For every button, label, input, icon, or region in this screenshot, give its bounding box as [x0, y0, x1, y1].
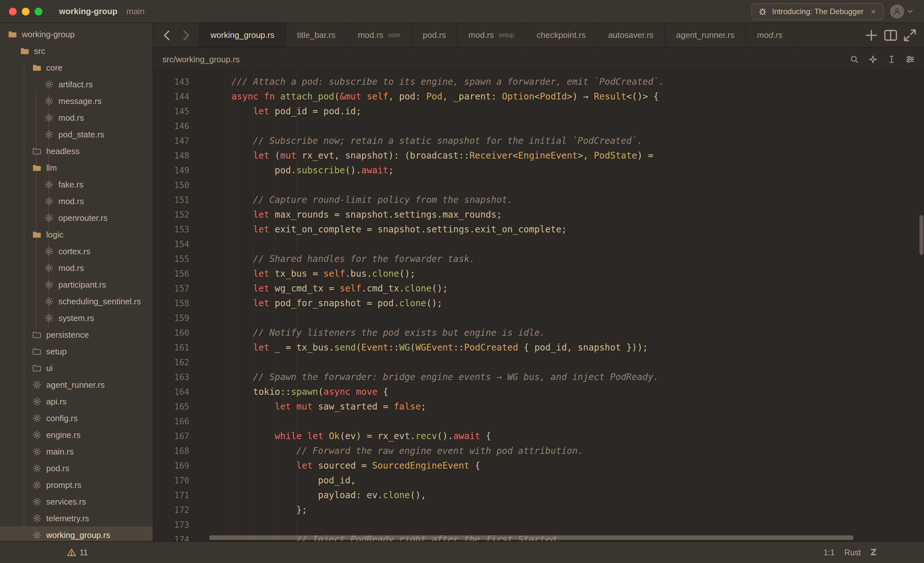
close-window-button[interactable] — [9, 8, 16, 15]
folder-open-icon — [20, 46, 30, 56]
code-line: let sourced = SourcedEngineEvent { — [210, 458, 924, 473]
file-tree-item-headless[interactable]: headless — [0, 143, 153, 159]
code-line — [210, 355, 924, 370]
file-tree-item-pod_state.rs[interactable]: pod_state.rs — [0, 126, 153, 143]
line-number: 170 — [153, 473, 189, 488]
file-tree-item-label: setup — [46, 346, 67, 356]
git-branch-name[interactable]: main — [126, 6, 144, 16]
line-number: 153 — [153, 222, 189, 237]
minimize-window-button[interactable] — [22, 8, 30, 15]
line-number: 151 — [153, 192, 189, 207]
file-tree-item-system.rs[interactable]: system.rs — [0, 309, 153, 326]
maximize-button[interactable] — [902, 27, 918, 43]
inline-assist-icon[interactable] — [868, 54, 878, 64]
folder-closed-icon — [32, 346, 42, 356]
editor-controls-icon[interactable] — [905, 54, 915, 64]
code-line: let pod_for_snapshot = pod.clone(); — [210, 296, 924, 311]
project-name[interactable]: working-group — [59, 6, 117, 16]
split-pane-button[interactable] — [883, 27, 898, 43]
file-tree-item-scheduling_sentinel.rs[interactable]: scheduling_sentinel.rs — [0, 293, 153, 309]
file-tree-item-openrouter.rs[interactable]: openrouter.rs — [0, 209, 153, 226]
rust-file-icon — [32, 396, 42, 406]
window-titlebar: working-group main Introducing: The Debu… — [0, 0, 924, 23]
file-tree-item-artifact.rs[interactable]: artifact.rs — [0, 76, 153, 92]
line-number: 163 — [153, 370, 189, 384]
file-tree-item-mod.rs[interactable]: mod.rs — [0, 192, 153, 209]
dismiss-announcement-button[interactable]: × — [870, 7, 877, 16]
rust-file-icon — [32, 530, 42, 540]
file-tree-item-ui[interactable]: ui — [0, 359, 153, 376]
edit-prediction-icon[interactable]: Z — [870, 548, 876, 557]
tab-pod.rs[interactable]: pod.rs — [411, 23, 458, 47]
diagnostics-warning-count[interactable]: 11 — [67, 548, 88, 557]
file-tree-item-participant.rs[interactable]: participant.rs — [0, 276, 153, 293]
project-panel: working-group src core artifact.rs messa… — [0, 23, 153, 541]
file-tree-item-label: system.rs — [58, 313, 94, 323]
file-tree-item-agent_runner.rs[interactable]: agent_runner.rs — [0, 376, 153, 393]
horizontal-scrollbar[interactable] — [209, 535, 854, 540]
file-tree-item-mod.rs[interactable]: mod.rs — [0, 259, 153, 276]
tab-mod.rs-core[interactable]: mod.rs core — [346, 23, 412, 47]
user-menu[interactable] — [890, 4, 915, 18]
file-tree-item-engine.rs[interactable]: engine.rs — [0, 426, 153, 443]
tab-checkpoint.rs[interactable]: checkpoint.rs — [525, 23, 597, 47]
file-tree-item-fake.rs[interactable]: fake.rs — [0, 176, 153, 192]
file-tree-item-label: src — [34, 46, 45, 56]
file-tree-item-mod.rs[interactable]: mod.rs — [0, 109, 153, 126]
file-tree-item-pod.rs[interactable]: pod.rs — [0, 459, 153, 476]
code-editor[interactable]: 1431441451461471481491501511521531541551… — [153, 71, 924, 541]
file-tree-item-label: core — [46, 63, 63, 72]
file-tree-item-persistence[interactable]: persistence — [0, 326, 153, 343]
file-tree-item-setup[interactable]: setup — [0, 343, 153, 359]
navigate-back-button[interactable] — [160, 27, 175, 43]
tab-mod.rs-setup[interactable]: mod.rs setup — [457, 23, 525, 47]
language-selector[interactable]: Rust — [844, 548, 861, 557]
file-tree-item-label: pod_state.rs — [58, 129, 104, 139]
code-line: // Spawn the forwarder: bridge engine ev… — [210, 370, 924, 384]
text-cursor-icon[interactable] — [887, 54, 896, 64]
tab-title_bar.rs[interactable]: title_bar.rs — [285, 23, 347, 47]
buffer-search-icon[interactable] — [850, 54, 859, 64]
file-tree-item-telemetry.rs[interactable]: telemetry.rs — [0, 510, 153, 526]
rust-file-icon — [44, 263, 54, 273]
line-number: 165 — [153, 399, 189, 414]
file-tree-item-working_group.rs[interactable]: working_group.rs — [0, 526, 153, 541]
warning-count-label: 11 — [80, 548, 88, 557]
file-tree-item-prompt.rs[interactable]: prompt.rs — [0, 476, 153, 493]
tab-mod.rs[interactable]: mod.rs — [745, 23, 794, 47]
zoom-window-button[interactable] — [34, 8, 42, 15]
file-tree-item-api.rs[interactable]: api.rs — [0, 393, 153, 410]
file-tree-item-config.rs[interactable]: config.rs — [0, 410, 153, 426]
file-tree-item-label: config.rs — [46, 413, 78, 423]
file-tree-item-core[interactable]: core — [0, 59, 153, 76]
code-line: // Notify listeners the pod exists but e… — [210, 326, 924, 340]
file-tree-item-src[interactable]: src — [0, 42, 153, 59]
file-tree-item-label: api.rs — [46, 396, 67, 406]
file-tree-item-label: pod.rs — [46, 463, 69, 473]
file-tree-item-services.rs[interactable]: services.rs — [0, 493, 153, 510]
tab-autosaver.rs[interactable]: autosaver.rs — [597, 23, 665, 47]
tab-agent_runner.rs[interactable]: agent_runner.rs — [664, 23, 746, 47]
line-number: 156 — [153, 266, 189, 281]
file-tree-item-main.rs[interactable]: main.rs — [0, 443, 153, 459]
file-tree-item-logic[interactable]: logic — [0, 226, 153, 243]
new-tab-button[interactable] — [864, 27, 879, 43]
line-number: 154 — [153, 237, 189, 252]
navigate-forward-button[interactable] — [178, 27, 193, 43]
tab-label: checkpoint.rs — [536, 30, 585, 40]
file-tree-item-llm[interactable]: llm — [0, 159, 153, 176]
announcement-label: Introducing: The Debugger — [772, 7, 864, 16]
tab-path-suffix: core — [388, 32, 400, 39]
debugger-announcement-banner[interactable]: Introducing: The Debugger × — [752, 3, 884, 20]
file-tree-item-working-group[interactable]: working-group — [0, 26, 153, 42]
code-content: /// Attach a pod: subscribe to its engin… — [210, 75, 924, 541]
breadcrumb[interactable]: src/working_group.rs — [162, 54, 240, 64]
file-tree-item-cortex.rs[interactable]: cortex.rs — [0, 243, 153, 259]
tab-working_group.rs[interactable]: working_group.rs — [199, 23, 286, 47]
cursor-position[interactable]: 1:1 — [824, 548, 835, 557]
file-tree-item-label: mod.rs — [58, 263, 84, 273]
vertical-scrollbar[interactable] — [920, 215, 923, 255]
warning-icon — [67, 548, 76, 557]
file-tree-item-message.rs[interactable]: message.rs — [0, 92, 153, 109]
file-tree-item-label: openrouter.rs — [58, 213, 108, 222]
